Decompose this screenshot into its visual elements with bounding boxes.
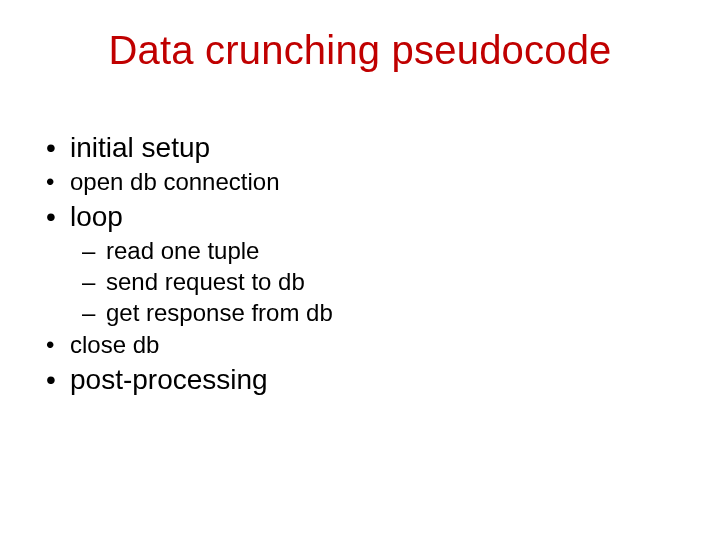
bullet-initial-setup: initial setup — [36, 130, 684, 165]
bullet-get-response: get response from db — [82, 298, 684, 328]
slide-title: Data crunching pseudocode — [0, 28, 720, 73]
slide: Data crunching pseudocode initial setup … — [0, 0, 720, 540]
bullet-open-db: open db connection — [36, 167, 684, 197]
bullet-close-db: close db — [36, 330, 684, 360]
bullet-send-request: send request to db — [82, 267, 684, 297]
bullet-loop: loop — [36, 199, 684, 234]
bullet-read-tuple: read one tuple — [82, 236, 684, 266]
slide-body: initial setup open db connection loop re… — [36, 128, 684, 399]
bullet-post-processing: post-processing — [36, 362, 684, 397]
